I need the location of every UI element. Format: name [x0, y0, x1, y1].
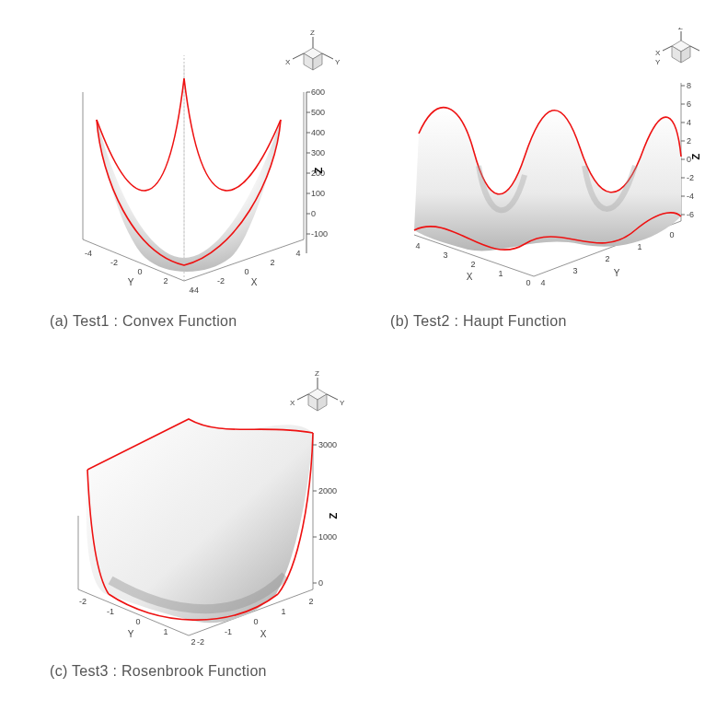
rosenbrook-surface-plot: 3000 2000 1000 0 Z -2 -1 0 1 2 — [46, 368, 359, 654]
svg-text:X: X — [285, 58, 291, 66]
svg-text:0: 0 — [669, 230, 674, 239]
svg-text:X: X — [290, 399, 295, 407]
svg-text:2: 2 — [163, 276, 168, 286]
svg-text:Z: Z — [690, 153, 701, 159]
figure-page: 600 500 400 300 200 100 0 -100 Z — [0, 0, 728, 711]
caption-b: (b) Test2 : Haupt Function — [390, 313, 709, 330]
svg-text:Z: Z — [328, 512, 339, 519]
svg-line-106 — [327, 394, 338, 400]
svg-text:6: 6 — [687, 99, 691, 109]
svg-line-105 — [297, 394, 308, 400]
svg-text:Y: Y — [128, 629, 134, 639]
svg-text:-4: -4 — [85, 249, 92, 258]
caption-a: (a) Test1 : Convex Function — [50, 313, 359, 330]
orientation-cube-icon: Z X Y — [655, 28, 699, 66]
svg-text:3: 3 — [443, 251, 447, 260]
caption-c: (c) Test3 : Rosenbrook Function — [50, 663, 359, 680]
svg-text:600: 600 — [311, 87, 325, 97]
svg-text:1: 1 — [281, 607, 285, 616]
svg-text:X: X — [655, 49, 661, 57]
svg-text:2000: 2000 — [318, 486, 337, 495]
svg-text:X: X — [251, 277, 258, 287]
panel-c: 3000 2000 1000 0 Z -2 -1 0 1 2 — [46, 368, 359, 691]
svg-text:Y: Y — [335, 58, 341, 66]
y-axis: -4 -2 0 2 4 Y — [85, 249, 194, 295]
z-axis: 8 6 4 2 0 -2 -4 -6 Z — [681, 81, 701, 219]
orientation-cube-icon: Z X Y — [290, 369, 345, 411]
svg-text:-2: -2 — [79, 597, 87, 606]
svg-text:0: 0 — [526, 278, 530, 287]
svg-text:X: X — [260, 629, 267, 639]
surface — [97, 120, 281, 272]
svg-text:4: 4 — [415, 241, 420, 251]
svg-line-74 — [690, 46, 699, 51]
svg-text:-2: -2 — [197, 637, 204, 647]
svg-text:Y: Y — [128, 277, 134, 287]
svg-text:8: 8 — [687, 81, 691, 90]
panel-a: 600 500 400 300 200 100 0 -100 Z — [46, 28, 359, 341]
svg-text:-1: -1 — [107, 607, 114, 616]
svg-text:-4: -4 — [687, 192, 694, 201]
svg-text:2: 2 — [270, 258, 274, 267]
svg-text:-100: -100 — [311, 229, 328, 239]
svg-text:Z: Z — [678, 28, 683, 31]
svg-text:4: 4 — [540, 278, 545, 287]
svg-text:1000: 1000 — [318, 532, 337, 542]
svg-text:Y: Y — [340, 399, 345, 407]
svg-text:2: 2 — [191, 637, 195, 647]
svg-line-35 — [322, 53, 333, 59]
svg-text:Y: Y — [655, 58, 661, 66]
svg-text:400: 400 — [311, 128, 325, 137]
svg-text:X: X — [467, 272, 473, 282]
z-axis: 600 500 400 300 200 100 0 -100 Z — [306, 87, 328, 253]
svg-text:-2: -2 — [110, 258, 118, 267]
svg-text:500: 500 — [311, 108, 325, 117]
svg-text:3: 3 — [572, 266, 577, 275]
svg-line-34 — [293, 53, 304, 59]
svg-text:0: 0 — [318, 578, 323, 588]
svg-text:0: 0 — [135, 617, 140, 626]
svg-text:Z: Z — [310, 29, 315, 37]
svg-text:-6: -6 — [687, 210, 694, 219]
svg-text:3000: 3000 — [318, 440, 337, 449]
svg-text:0: 0 — [311, 209, 316, 218]
svg-text:-1: -1 — [225, 627, 232, 636]
svg-text:2: 2 — [687, 136, 691, 146]
haupt-surface-plot: 8 6 4 2 0 -2 -4 -6 Z 4 — [387, 28, 709, 304]
svg-text:0: 0 — [244, 267, 248, 276]
svg-text:2: 2 — [605, 254, 609, 263]
svg-text:4: 4 — [189, 286, 193, 295]
svg-text:4: 4 — [687, 118, 691, 127]
svg-text:2: 2 — [470, 260, 475, 269]
svg-text:-2: -2 — [217, 276, 225, 286]
svg-text:Z: Z — [313, 167, 324, 173]
svg-text:1: 1 — [498, 269, 503, 278]
svg-text:0: 0 — [253, 617, 258, 626]
surface — [414, 108, 681, 251]
svg-text:-2: -2 — [687, 173, 694, 182]
panel-b: 8 6 4 2 0 -2 -4 -6 Z 4 — [387, 28, 709, 341]
svg-text:300: 300 — [311, 148, 325, 157]
svg-text:4: 4 — [295, 249, 300, 258]
svg-text:1: 1 — [163, 627, 168, 636]
convex-surface-plot: 600 500 400 300 200 100 0 -100 Z — [46, 28, 359, 304]
z-axis: 3000 2000 1000 0 Z — [313, 440, 339, 588]
orientation-cube-icon: Z X Y — [285, 29, 341, 70]
svg-line-73 — [663, 46, 672, 51]
svg-text:Z: Z — [315, 369, 319, 378]
svg-text:Y: Y — [614, 268, 620, 278]
svg-text:1: 1 — [637, 242, 641, 251]
svg-text:2: 2 — [308, 597, 313, 606]
svg-text:0: 0 — [137, 267, 142, 276]
svg-text:100: 100 — [311, 189, 325, 198]
